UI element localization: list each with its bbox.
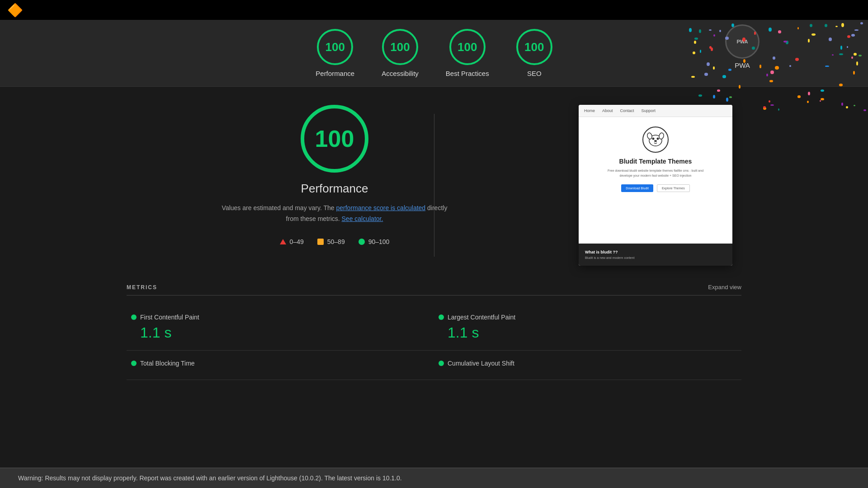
metrics-grid: First Contentful Paint 1.1 s Largest Con… — [127, 305, 741, 380]
metric-name-tbt: Total Blocking Time — [140, 360, 195, 367]
confetti-dot — [769, 80, 774, 82]
main-content: 100 Performance Values are estimated and… — [0, 87, 868, 284]
preview-nav-contact: Contact — [620, 108, 634, 113]
expand-view-link[interactable]: Expand view — [708, 284, 741, 291]
pwa-label: PWA — [735, 61, 750, 69]
confetti-dot — [860, 22, 863, 24]
confetti-dot — [713, 34, 715, 37]
preview-body: Bludit Template Themes Free download blu… — [579, 117, 732, 244]
confetti-dot — [691, 76, 695, 78]
score-circle-performance[interactable]: 100 — [317, 29, 353, 65]
website-preview: Home About Contact Support — [579, 105, 732, 266]
confetti-dot — [851, 56, 853, 59]
preview-footer: What is bludit ?? Bludit is a new and mo… — [579, 244, 732, 266]
preview-logo-svg — [642, 126, 669, 153]
preview-site-title: Bludit Template Themes — [619, 158, 692, 165]
confetti-dot — [770, 70, 774, 75]
metrics-section: METRICS Expand view First Contentful Pai… — [0, 284, 868, 398]
confetti-dot — [773, 56, 775, 60]
score-item-best-practices: 100 Best Practices — [446, 29, 489, 77]
metric-name-cls: Cumulative Layout Shift — [448, 360, 514, 367]
confetti-dot — [722, 75, 726, 78]
legend-item-low: 0–49 — [280, 238, 304, 245]
score-label-seo: SEO — [527, 70, 542, 77]
metric-header-tbt: Total Blocking Time — [131, 360, 429, 367]
description-text: Values are estimated and may vary. The p… — [222, 203, 448, 225]
confetti-dot — [766, 74, 768, 76]
preview-nav: Home About Contact Support — [579, 105, 732, 117]
score-item-accessibility: 100 Accessibility — [382, 29, 419, 77]
pwa-badge: PWA — [736, 39, 748, 44]
confetti-dot — [835, 26, 838, 28]
triangle-icon — [280, 239, 286, 244]
svg-point-3 — [657, 138, 659, 140]
legend: 0–49 50–89 90–100 — [280, 238, 390, 245]
confetti-dot — [786, 41, 788, 44]
preview-nav-home: Home — [584, 108, 595, 113]
preview-nav-about: About — [602, 108, 613, 113]
confetti-dot — [689, 28, 692, 32]
confetti-dot — [808, 39, 810, 42]
circle-icon — [359, 239, 365, 245]
confetti-dot — [840, 46, 842, 49]
confetti-dot — [839, 53, 843, 55]
confetti-dot — [853, 71, 855, 75]
legend-range-low: 0–49 — [290, 238, 304, 245]
confetti-dot — [839, 84, 843, 86]
confetti-dot — [859, 55, 862, 56]
score-label-performance: Performance — [316, 70, 354, 77]
confetti-dot — [711, 47, 713, 51]
svg-point-2 — [652, 138, 655, 140]
divider-line — [434, 114, 434, 257]
confetti-dot — [700, 50, 701, 53]
preview-footer-title: What is bludit ?? — [585, 250, 726, 254]
confetti-dot — [719, 30, 721, 32]
score-label-accessibility: Accessibility — [382, 70, 419, 77]
metric-value-lcp: 1.1 s — [439, 324, 737, 341]
calc-link[interactable]: See calculator. — [342, 215, 383, 222]
confetti-dot — [709, 29, 712, 31]
preview-download-btn[interactable]: Download Bludit — [621, 184, 653, 192]
confetti-dot — [854, 53, 857, 56]
metric-value-fcp: 1.1 s — [131, 324, 429, 341]
score-circle-accessibility[interactable]: 100 — [382, 29, 418, 65]
preview-footer-text: Bludit is a new and modern content — [585, 256, 726, 259]
large-score-circle: 100 — [301, 105, 368, 173]
confetti-dot — [797, 27, 799, 29]
preview-explore-btn[interactable]: Explore Themes — [657, 184, 690, 192]
confetti-dot — [694, 38, 698, 40]
preview-nav-support: Support — [642, 108, 656, 113]
confetti-dot — [713, 66, 715, 70]
right-panel: Home About Contact Support — [570, 105, 741, 266]
confetti-dot — [728, 69, 731, 71]
confetti-dot — [783, 41, 787, 42]
score-item-seo: 100 SEO — [516, 29, 552, 77]
confetti-dot — [795, 58, 799, 61]
top-bar: 🔶 — [0, 0, 868, 20]
confetti-dot — [693, 52, 695, 54]
confetti-dot — [854, 29, 858, 31]
legend-item-high: 90–100 — [359, 238, 390, 245]
metric-item-cls: Cumulative Layout Shift — [434, 351, 741, 380]
preview-site-desc: Free download bludit website template th… — [606, 169, 705, 178]
pwa-circle: PWA — [725, 24, 760, 59]
confetti-dot — [699, 29, 701, 33]
metric-item-tbt: Total Blocking Time — [127, 351, 434, 380]
left-panel: 100 Performance Values are estimated and… — [127, 105, 542, 266]
confetti-dot — [851, 34, 855, 37]
confetti-dot — [841, 23, 844, 27]
score-circle-best-practices[interactable]: 100 — [449, 29, 486, 65]
pwa-section: PWA PWA — [725, 24, 760, 69]
confetti-dot — [775, 66, 778, 70]
metric-header-lcp: Largest Contentful Paint — [439, 314, 737, 321]
metric-dot-cls — [439, 361, 444, 366]
desc-prefix: Values are estimated and may vary. The — [222, 204, 336, 211]
score-circle-seo[interactable]: 100 — [516, 29, 552, 65]
confetti-dot — [704, 73, 708, 76]
confetti-dot — [811, 33, 816, 36]
confetti-dot — [694, 41, 696, 44]
confetti-dot — [825, 24, 827, 27]
confetti-dot — [825, 66, 829, 67]
legend-range-mid: 50–89 — [327, 238, 345, 245]
perf-score-link[interactable]: performance score is calculated — [336, 204, 426, 211]
